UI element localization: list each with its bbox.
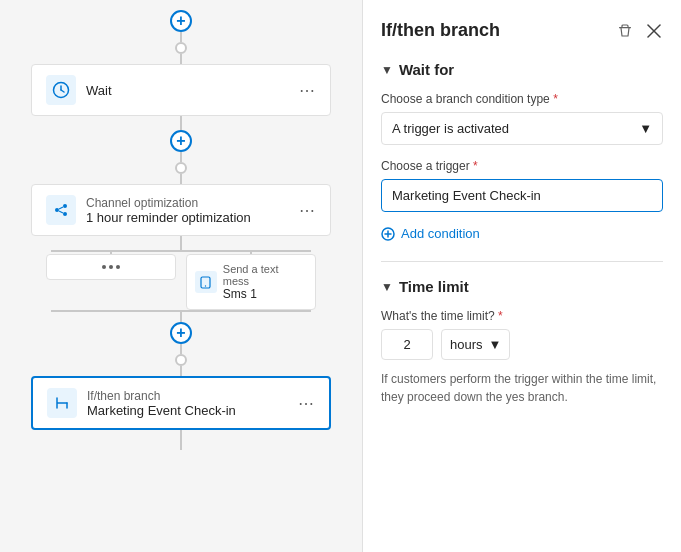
add-step-top-button[interactable]: + [170,10,192,32]
send-text-subtitle: Sms 1 [223,287,307,301]
connector-circle-2 [175,162,187,174]
add-condition-button[interactable]: Add condition [381,226,480,241]
channel-menu[interactable]: ⋯ [299,201,316,220]
wait-icon [46,75,76,105]
branch-condition-label: Choose a branch condition type * [381,92,663,106]
channel-opt-node: Channel optimization 1 hour reminder opt… [31,184,331,236]
required-star-3: * [498,309,503,323]
svg-line-6 [59,207,63,209]
send-text-title: Send a text mess [223,263,307,287]
connector [180,366,182,376]
connector [180,312,182,322]
connector [180,174,182,184]
trigger-label: Choose a trigger * [381,159,663,173]
ifthen-menu[interactable]: ⋯ [298,394,315,413]
time-limit-title: Time limit [399,278,469,295]
wait-for-title: Wait for [399,61,454,78]
right-panel: If/then branch ▼ Wait for Choose a bran [362,0,681,552]
ifthen-node: If/then branch Marketing Event Check-in … [31,376,331,430]
send-text-node: Send a text mess Sms 1 [186,254,316,310]
ifthen-node-subtitle: Marketing Event Check-in [87,403,236,418]
svg-point-9 [205,285,206,286]
wait-for-section-header[interactable]: ▼ Wait for [381,61,663,78]
add-step-3-button[interactable]: + [170,322,192,344]
svg-line-2 [61,90,64,92]
phone-icon [195,271,217,293]
svg-rect-11 [619,27,631,28]
time-limit-row: hours ▼ [381,329,663,360]
connector [180,152,182,162]
time-limit-question: What's the time limit? * [381,309,663,323]
connector [180,430,182,450]
time-limit-help-text: If customers perform the trigger within … [381,370,663,406]
add-step-2-button[interactable]: + [170,130,192,152]
svg-line-7 [59,211,63,213]
close-button[interactable] [645,22,663,40]
unit-dropdown-chevron-icon: ▼ [489,337,502,352]
dot3 [116,265,120,269]
chevron-down-icon-2: ▼ [381,280,393,294]
required-star-2: * [473,159,478,173]
panel-header: If/then branch [381,20,663,41]
branch-condition-value: A trigger is activated [392,121,509,136]
time-unit-dropdown[interactable]: hours ▼ [441,329,510,360]
required-star-1: * [553,92,558,106]
connector [180,54,182,64]
ifthen-node-title: If/then branch [87,389,236,403]
branch-dots-node [46,254,176,280]
connector [180,32,182,42]
chevron-down-icon: ▼ [381,63,393,77]
flow-canvas: + Wait ⋯ + [0,0,362,552]
time-limit-section-header[interactable]: ▼ Time limit [381,278,663,295]
connector [180,344,182,354]
connector-circle [175,42,187,54]
channel-node-title: Channel optimization [86,196,251,210]
dot2 [109,265,113,269]
svg-point-4 [63,204,67,208]
wait-node: Wait ⋯ [31,64,331,116]
connector [180,236,182,250]
section-divider [381,261,663,262]
trigger-input[interactable] [381,179,663,212]
dot1 [102,265,106,269]
time-limit-value-input[interactable] [381,329,433,360]
wait-menu[interactable]: ⋯ [299,81,316,100]
branch-icon [47,388,77,418]
svg-point-3 [55,208,59,212]
channel-node-subtitle: 1 hour reminder optimization [86,210,251,225]
delete-button[interactable] [615,21,635,41]
wait-label: Wait [86,83,112,98]
add-condition-label: Add condition [401,226,480,241]
panel-actions [615,21,663,41]
connector [180,116,182,130]
channel-icon [46,195,76,225]
branch-condition-dropdown[interactable]: A trigger is activated ▼ [381,112,663,145]
dropdown-chevron-icon: ▼ [639,121,652,136]
connector-circle-3 [175,354,187,366]
h-line-close-r [181,310,311,312]
h-line-close-l [51,310,181,312]
panel-title: If/then branch [381,20,500,41]
time-unit-value: hours [450,337,483,352]
svg-point-5 [63,212,67,216]
